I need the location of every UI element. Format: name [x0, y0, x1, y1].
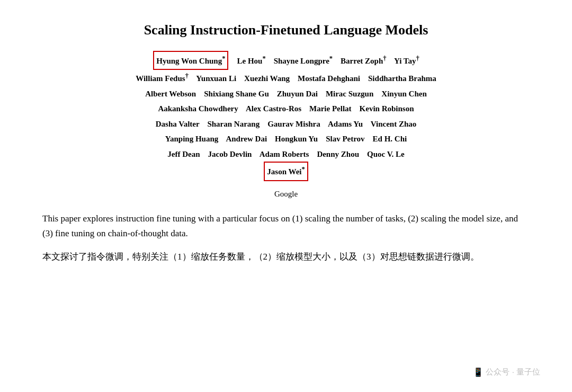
author-gaurav-mishra: Gaurav Mishra — [267, 120, 320, 128]
author-zhuyun-dai: Zhuyun Dai — [277, 90, 318, 98]
author-xuezhi-wang: Xuezhi Wang — [244, 74, 290, 83]
author-line-3: Albert Webson Shixiang Shane Gu Zhuyun D… — [42, 86, 530, 102]
author-mostafa-dehghani: Mostafa Dehghani — [298, 74, 360, 83]
author-mirac-suzgun: Mirac Suzgun — [326, 90, 373, 98]
paper-title: Scaling Instruction-Finetuned Language M… — [144, 21, 428, 39]
author-barret-zoph: Barret Zoph† — [341, 57, 386, 65]
author-adams-yu: Adams Yu — [328, 120, 363, 128]
author-line-2: William Fedus† Yunxuan Li Xuezhi Wang Mo… — [42, 70, 530, 86]
watermark-icon: 📱 — [473, 367, 484, 377]
author-marie-pellat: Marie Pellat — [309, 104, 352, 113]
author-quoc-le: Quoc V. Le — [367, 150, 405, 158]
author-jeff-dean: Jeff Dean — [167, 150, 200, 158]
abstract-chinese: 本文探讨了指令微调，特别关注（1）缩放任务数量，（2）缩放模型大小，以及（3）对… — [42, 250, 530, 264]
author-yunxuan-li: Yunxuan Li — [196, 74, 236, 83]
author-hongkun-yu: Hongkun Yu — [275, 135, 318, 143]
paper-container: Scaling Instruction-Finetuned Language M… — [42, 21, 530, 264]
author-shixiang-gu: Shixiang Shane Gu — [204, 90, 269, 98]
author-le-hou: Le Hou* — [237, 57, 265, 65]
author-albert-webson: Albert Webson — [145, 90, 196, 98]
author-siddhartha-brahma: Siddhartha Brahma — [368, 74, 436, 83]
watermark-text: 公众号 · 量子位 — [486, 367, 540, 377]
author-william-fedus: William Fedus† — [136, 74, 189, 83]
abstract-section: This paper explores instruction fine tun… — [42, 211, 530, 264]
author-shayne-longpre: Shayne Longpre* — [274, 57, 333, 65]
author-yi-tay: Yi Tay† — [394, 57, 419, 65]
watermark: 📱 公众号 · 量子位 — [473, 367, 540, 377]
author-line-4: Aakanksha Chowdhery Alex Castro-Ros Mari… — [42, 101, 530, 117]
author-andrew-dai: Andrew Dai — [226, 135, 267, 143]
author-dasha-valter: Dasha Valter — [156, 120, 200, 128]
author-adam-roberts: Adam Roberts — [260, 150, 309, 158]
author-slav-petrov: Slav Petrov — [326, 135, 364, 143]
author-denny-zhou: Denny Zhou — [317, 150, 359, 158]
author-line-1: Hyung Won Chung* Le Hou* Shayne Longpre*… — [42, 51, 530, 70]
author-line-7: Jeff Dean Jacob Devlin Adam Roberts Denn… — [42, 147, 530, 162]
author-xinyun-chen: Xinyun Chen — [381, 90, 426, 98]
author-ed-chi: Ed H. Chi — [373, 135, 407, 143]
author-vincent-zhao: Vincent Zhao — [371, 120, 417, 128]
author-yanping-huang: Yanping Huang — [165, 135, 218, 143]
author-line-8: Jason Wei* — [42, 162, 530, 181]
abstract-english: This paper explores instruction fine tun… — [42, 211, 530, 241]
author-aakanksha-chowdhery: Aakanksha Chowdhery — [158, 104, 238, 113]
author-hyung-won-chung: Hyung Won Chung* — [153, 51, 228, 70]
author-sharan-narang: Sharan Narang — [207, 120, 260, 128]
affiliation: Google — [274, 190, 298, 199]
author-kevin-robinson: Kevin Robinson — [360, 104, 414, 113]
author-jacob-devlin: Jacob Devlin — [208, 150, 252, 158]
author-jason-wei: Jason Wei* — [264, 162, 308, 181]
author-line-6: Yanping Huang Andrew Dai Hongkun Yu Slav… — [42, 131, 530, 147]
author-alex-castro-ros: Alex Castro-Ros — [246, 104, 301, 113]
author-line-5: Dasha Valter Sharan Narang Gaurav Mishra… — [42, 117, 530, 132]
authors-section: Hyung Won Chung* Le Hou* Shayne Longpre*… — [42, 51, 530, 181]
